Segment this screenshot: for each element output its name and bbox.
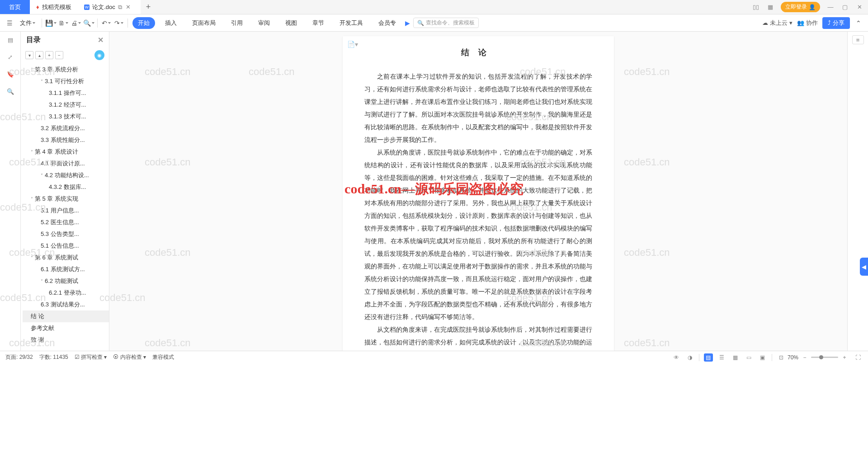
remove-heading-icon[interactable]: − (55, 51, 63, 59)
file-menu[interactable]: 文件 (18, 18, 37, 28)
expand-icon[interactable]: ⤢ (6, 52, 15, 61)
close-icon[interactable]: ✕ (855, 4, 863, 10)
ribbon-tab-4[interactable]: 审阅 (253, 17, 275, 29)
zoom-out-icon[interactable]: − (800, 353, 809, 362)
save-icon[interactable]: 💾 (47, 19, 55, 27)
tree-item[interactable]: 3.1.2 经济可... (23, 99, 109, 111)
tree-item[interactable]: ˅3.1 可行性分析 (23, 75, 109, 87)
tree-item[interactable]: 3.2 系统流程分... (23, 122, 109, 134)
page-indicator[interactable]: 页面: 29/32 (5, 353, 33, 361)
word-count[interactable]: 字数: 11435 (39, 353, 68, 361)
tab-home[interactable]: 首页 (0, 0, 30, 14)
web-view-icon[interactable]: ▦ (731, 353, 740, 362)
tree-item[interactable]: 6.2.1 登录功... (23, 287, 109, 299)
expand-all-icon[interactable]: ▴ (35, 51, 43, 59)
tree-item[interactable]: 4.1 界面设计原... (23, 158, 109, 169)
find-icon[interactable]: 🔍 (85, 19, 93, 27)
minimize-icon[interactable]: — (826, 4, 835, 10)
tab-window-icon[interactable]: ⧉ (118, 4, 122, 11)
tree-item[interactable]: 3.1.3 技术可... (23, 111, 109, 122)
tree-item[interactable]: ˅第 6 章 系统测试 (23, 252, 109, 263)
panel-toggle-icon[interactable]: ≡ (852, 35, 864, 44)
tree-item-label: 3.1.3 技术可... (49, 113, 86, 120)
tree-item-label: 6.3 测试结果分... (41, 301, 85, 308)
tree-item-label: 4.2 功能结构设... (45, 172, 89, 179)
spell-check[interactable]: ☑ 拼写检查 ▾ (75, 353, 107, 361)
ribbon: ☰ 文件 💾 🗎 🖨 🔍 ↶ ↷ 开始插入页面布局引用审阅视图章节开发工具会员专… (0, 14, 868, 32)
ribbon-tab-8[interactable]: 会员专 (373, 17, 401, 29)
outline-close-icon[interactable]: ✕ (98, 36, 104, 44)
ribbon-tab-1[interactable]: 插入 (160, 17, 182, 29)
tree-item[interactable]: ˅6.2 功能测试 (23, 275, 109, 287)
cloud-status[interactable]: ☁未上云▾ (762, 19, 793, 27)
tree-item-label: 结 论 (31, 313, 44, 320)
ribbon-tab-0[interactable]: 开始 (132, 17, 155, 29)
page-view-icon[interactable]: ▤ (704, 353, 713, 362)
zoom-level[interactable]: 70% (788, 354, 798, 361)
search-rail-icon[interactable]: 🔍 (6, 87, 15, 96)
share-button[interactable]: ⤴分享 (822, 17, 850, 29)
chevron-down-icon: ˅ (31, 67, 33, 72)
tree-item[interactable]: 5.2 医生信息... (23, 216, 109, 228)
ribbon-tab-6[interactable]: 章节 (307, 17, 330, 29)
tree-item[interactable]: 6.3 测试结果分... (23, 299, 109, 310)
chevron-down-icon: ˅ (41, 279, 43, 284)
bookmark-icon[interactable]: 🔖 (6, 70, 15, 79)
tree-item[interactable]: 5.1 用户信息... (23, 205, 109, 216)
tree-item[interactable]: ˅第 4 章 系统设计 (23, 146, 109, 158)
tree-item[interactable]: 6.1 系统测试方... (23, 263, 109, 275)
content-check[interactable]: ⦿ 内容检查 ▾ (113, 353, 146, 361)
tree-item-label: 3.1.1 操作可... (49, 89, 86, 96)
undo-icon[interactable]: ↶ (102, 19, 110, 27)
ribbon-tab-7[interactable]: 开发工具 (334, 17, 368, 29)
print-preview-icon[interactable]: 🗎 (59, 19, 67, 27)
ribbon-tab-2[interactable]: 页面布局 (187, 17, 221, 29)
tree-item[interactable]: 3.1.1 操作可... (23, 87, 109, 99)
print-icon[interactable]: 🖨 (72, 19, 80, 27)
zoom-fit-icon[interactable]: ⊡ (777, 353, 786, 362)
zoom-slider[interactable] (811, 357, 838, 358)
tab-close-icon[interactable]: ✕ (126, 4, 131, 10)
outline-view-icon[interactable]: ☰ (717, 353, 726, 362)
tree-item[interactable]: ˅第 3 章 系统分析 (23, 64, 109, 75)
add-heading-icon[interactable]: + (45, 51, 53, 59)
outline-icon[interactable]: ▤ (6, 35, 15, 44)
tree-item[interactable]: 3.3 系统性能分... (23, 134, 109, 146)
focus-view-icon[interactable]: ▣ (758, 353, 767, 362)
maximize-icon[interactable]: ▢ (841, 4, 849, 10)
menu-icon[interactable]: ☰ (5, 19, 14, 27)
redo-icon[interactable]: ↷ (115, 19, 123, 27)
collapse-all-icon[interactable]: ▾ (25, 51, 33, 59)
command-search[interactable]: 🔍 查找命令、搜索模板 (413, 18, 479, 28)
ribbon-tab-3[interactable]: 引用 (226, 17, 248, 29)
side-feedback-tab[interactable]: ◀ (860, 258, 868, 276)
tree-item[interactable]: 致 谢 (23, 334, 109, 346)
new-tab-button[interactable]: + (141, 0, 156, 14)
tree-item[interactable]: 4.3.2 数据库... (23, 181, 109, 193)
ribbon-tab-5[interactable]: 视图 (280, 17, 302, 29)
page-corner-icon[interactable]: 📄▾ (347, 41, 358, 48)
layout-icon[interactable]: ▯▯ (752, 4, 760, 10)
ribbon-arrow-icon[interactable]: ▶ (403, 19, 411, 27)
tree-item[interactable]: 参考文献 (23, 322, 109, 334)
tree-item[interactable]: 结 论 (23, 310, 109, 322)
collab-button[interactable]: 👥协作 (797, 19, 818, 27)
compat-mode[interactable]: 兼容模式 (152, 353, 174, 361)
apps-icon[interactable]: ▦ (766, 4, 774, 10)
tree-item-label: 第 5 章 系统实现 (35, 195, 78, 202)
tab-template[interactable]: ♦ 找稻壳模板 (30, 0, 78, 14)
ai-assistant-icon[interactable]: ◉ (94, 50, 104, 60)
tree-item[interactable]: 5.1 公告信息... (23, 240, 109, 252)
tree-item[interactable]: 5.3 公告类型... (23, 228, 109, 240)
read-view-icon[interactable]: ▭ (745, 353, 754, 362)
highlight-icon[interactable]: ◑ (685, 353, 694, 362)
eye-icon[interactable]: 👁 (672, 353, 681, 362)
collapse-ribbon-icon[interactable]: ⌃ (854, 19, 863, 27)
tree-item-label: 参考文献 (31, 325, 54, 331)
tree-item[interactable]: ˅第 5 章 系统实现 (23, 193, 109, 205)
tab-document[interactable]: W 论文.doc ⧉ ✕ (78, 0, 141, 14)
fullscreen-icon[interactable]: ⛶ (854, 353, 863, 362)
tree-item[interactable]: ˅4.2 功能结构设... (23, 169, 109, 181)
zoom-in-icon[interactable]: + (840, 353, 849, 362)
login-button[interactable]: 立即登录 👤 (781, 2, 820, 12)
